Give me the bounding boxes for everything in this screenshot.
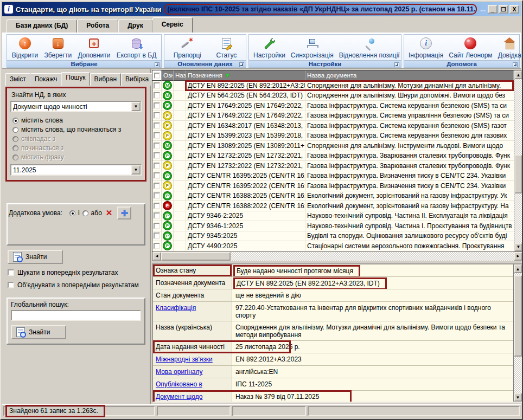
row-checkbox[interactable] [154,152,160,159]
sidebar-tab-selection[interactable]: Вибірка [121,73,153,86]
minimize-button[interactable]: _ [488,5,498,14]
maximize-button[interactable]: ❐ [499,5,508,14]
table-row[interactable]: PДСТУ CEN/TR 16395:2022 (CEN/TR 16:Газов… [152,181,514,191]
sidebar-tab-content[interactable]: Зміст [5,73,30,86]
row-checkbox[interactable] [154,192,160,199]
table-row[interactable]: PДСТУ 9345:2025Будівлі та споруди. Оціню… [152,231,514,242]
scroll-down-icon[interactable]: ▼ [514,393,522,402]
table-row[interactable]: MДСТУ EN 892:2025 (EN 892:2012+A3:20Спор… [152,81,514,91]
scroll-left-icon[interactable]: ◄ [152,252,161,261]
table-row[interactable]: PДСТУ 4490:2025Стаціонарні системи аероз… [152,241,514,251]
hscroll-thumb[interactable] [161,252,231,261]
row-checkbox[interactable] [154,163,160,169]
or-radio[interactable] [82,210,88,216]
tab-service[interactable]: Сервіс [152,17,193,33]
filter-arrow-icon[interactable]: ▼ [225,72,231,79]
details-link[interactable]: Класифікація [156,304,196,312]
checkbox[interactable] [8,269,14,276]
select-all-header-cell[interactable] [152,70,162,81]
row-checkbox[interactable] [154,223,160,229]
sidebar-tab-search[interactable]: Пошук [61,72,90,86]
toolbar-button-експорт-в-бд[interactable]: Експорт в БД [114,36,159,60]
remove-condition-icon[interactable]: ✕ [106,208,113,218]
row-checkbox[interactable] [154,232,160,239]
table-row[interactable]: PДСТУ CEN/TR 16388:2025 (CEN/TR 16:Еколо… [152,191,514,202]
dialog-launcher-icon[interactable] [239,62,244,67]
table-row[interactable]: PДСТУ CEN/TR 16395:2025 (CEN/TR 16:Газов… [152,171,514,182]
toolbar-button-сайт-леонорм[interactable]: Сайт Леонорм [447,36,494,60]
column-header-name[interactable]: Назва документа [305,70,514,81]
results-horizontal-scrollbar[interactable]: ◄ ► [152,251,522,261]
row-checkbox[interactable] [154,183,160,189]
column-header-naz[interactable]: Наз [174,70,186,81]
row-checkbox[interactable] [154,172,160,179]
toolbar-button-відкрити[interactable]: ↑Відкрити [10,36,41,60]
row-checkbox[interactable] [154,112,160,119]
table-row[interactable]: PДСТУ CEN/TR 16388:2022 (CEN/TR 16:Еколо… [152,201,514,211]
row-checkbox[interactable] [154,212,160,219]
chevron-down-icon[interactable]: ▼ [131,165,141,175]
row-checkbox[interactable] [154,92,160,99]
results-vertical-scrollbar[interactable]: ▲ ▼ [514,70,522,251]
row-checkbox[interactable] [154,243,160,249]
toolbar-button-статус[interactable]: Статус [214,36,239,60]
table-row[interactable]: PДСТУ EN 12732:2025 (EN 12732:2021,Газов… [152,151,514,161]
table-row[interactable]: PДСТУ 9346-2:2025Науково-технічний супро… [152,211,514,222]
row-checkbox[interactable] [154,122,160,129]
toolbar-button-прапорці[interactable]: Прапорці [171,36,203,60]
sidebar-tab-selected[interactable]: Вибран [90,73,122,86]
find-button[interactable]: Знайти [8,250,63,264]
tab-databases[interactable]: Бази даних (БД) [7,20,77,33]
sidebar-tab-index[interactable]: Покажч [30,73,62,86]
dialog-launcher-icon[interactable] [155,62,160,67]
table-row[interactable]: PДСТУ 9346-1:2025Науково-технічний супро… [152,221,514,231]
row-checkbox[interactable] [154,203,160,209]
column-header-ozn[interactable]: Озн [162,70,174,81]
scroll-down-icon[interactable]: ▼ [514,243,522,251]
scroll-up-icon[interactable]: ▲ [514,264,522,273]
details-link[interactable]: Мова оригіналу [156,368,202,376]
row-checkbox[interactable] [154,102,160,109]
table-row[interactable]: PДСТУ EN 16348:2017 (EN 16348:2013,Газов… [152,121,514,131]
details-link[interactable]: Міжнародні зв'язки [156,356,213,363]
dialog-launcher-icon[interactable] [513,62,518,67]
column-header-designation[interactable]: Позначення ▼ [186,70,305,81]
toolbar-button-доповнити[interactable]: +Доповнити [75,36,112,60]
table-row[interactable]: MДСТУ EN 564:2025 (EN 564:2023, IDT)Спор… [152,91,514,101]
table-row[interactable]: PДСТУ EN 17649:2022 (EN 17649:2022,Газов… [152,111,514,121]
toolbar-button-зберегти[interactable]: ↓Зберегти [42,36,74,60]
close-button[interactable]: X [509,5,519,14]
scroll-right-icon[interactable]: ► [514,252,522,261]
vscroll-thumb[interactable] [514,154,522,193]
tab-work[interactable]: Робота [77,20,118,33]
radio-button[interactable] [12,127,18,133]
row-checkbox[interactable] [154,132,160,139]
table-row[interactable]: PДСТУ EN 12732:2022 (EN 12732:2021,Газов… [152,161,514,171]
toolbar-button-інформація[interactable]: iІнформація [406,36,445,60]
search-field-combobox[interactable]: Документ щодо чинності ▼ [10,101,142,112]
details-link[interactable]: Опубліковано в [156,380,202,388]
search-value-combobox[interactable]: 11.2025 ▼ [10,164,142,176]
and-radio[interactable] [69,210,75,216]
toolbar-button-відновлення-позиції[interactable]: Відновлення позиції [337,36,402,60]
details-vertical-scrollbar[interactable]: ▲ ▼ [513,264,522,402]
table-row[interactable]: MДСТУ EN 13089:2025 (EN 13089:2011+Споря… [152,141,514,151]
row-checkbox[interactable] [154,143,160,149]
radio-button[interactable] [12,118,18,124]
table-row[interactable]: PДСТУ EN 17649:2025 (EN 17649:2022,Газов… [152,101,514,111]
scroll-up-icon[interactable]: ▲ [514,70,522,79]
toolbar-button-настройки[interactable]: Настройки [251,36,288,60]
global-find-button[interactable]: Знайти [11,325,66,339]
chevron-down-icon[interactable]: ▼ [131,102,141,111]
table-row[interactable]: PДСТУ EN 15399:2023 (EN 15399:2018,Газов… [152,131,514,141]
details-link[interactable]: Документ щодо чинності [156,393,202,402]
vscroll-thumb[interactable] [514,275,522,357]
add-condition-button[interactable]: ✚ [117,206,131,219]
checkbox[interactable] [8,282,14,288]
toolbar-button-довідка[interactable]: Довідка [496,36,523,60]
dialog-launcher-icon[interactable] [394,62,399,67]
row-checkbox[interactable] [154,82,160,89]
global-search-input[interactable] [11,310,141,321]
toolbar-button-синхронізація[interactable]: Синхронізація [289,36,336,60]
tab-print[interactable]: Друк [118,20,152,33]
